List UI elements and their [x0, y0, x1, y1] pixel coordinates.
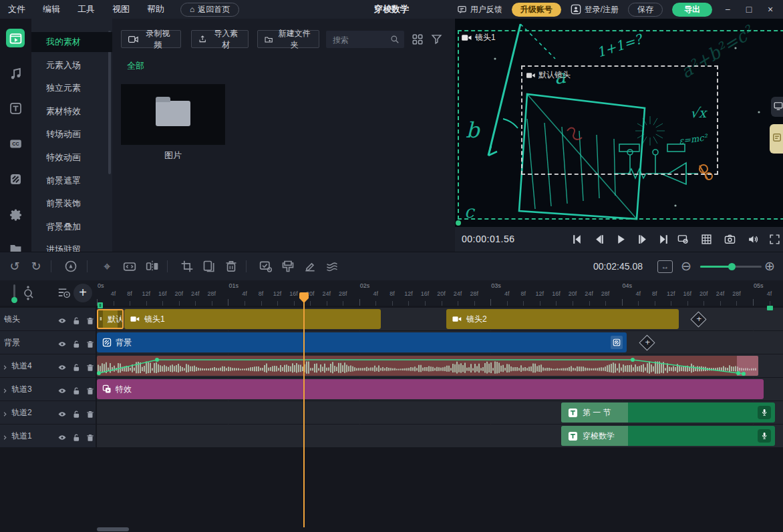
- track-collapse-chevron[interactable]: [1, 431, 9, 439]
- track-visibility-button[interactable]: [57, 384, 67, 394]
- clip-text[interactable]: 第 一 节: [561, 403, 775, 423]
- search-input[interactable]: [331, 31, 392, 49]
- track-lane[interactable]: [97, 354, 783, 377]
- clip-shot[interactable]: 默认镜头‖ ‖: [97, 309, 124, 329]
- track-lane[interactable]: 穿梭数学: [97, 425, 783, 447]
- library-menu-my-media[interactable]: 我的素材: [31, 32, 112, 52]
- render-preview-icon[interactable]: [259, 260, 273, 273]
- zoom-tracks-icon[interactable]: [21, 286, 35, 300]
- menu-view[interactable]: 视图: [112, 3, 130, 15]
- volume-icon[interactable]: [748, 234, 759, 245]
- filter-icon[interactable]: [431, 33, 442, 45]
- previous-frame-button[interactable]: [594, 234, 605, 245]
- clip-audio[interactable]: [97, 356, 758, 376]
- track-lane[interactable]: 背景+: [97, 331, 783, 354]
- track-height-knob[interactable]: [11, 297, 17, 303]
- library-menu-element-entrance[interactable]: 元素入场: [31, 55, 112, 75]
- clip-shot[interactable]: 镜头2: [446, 309, 679, 329]
- sidebar-module-plugin[interactable]: [6, 205, 25, 224]
- track-lane[interactable]: 第 一 节: [97, 401, 783, 424]
- track-visibility-button[interactable]: [57, 314, 67, 324]
- import-media-button[interactable]: 导入素材: [191, 30, 249, 48]
- folder-item-thumbnail[interactable]: [121, 84, 225, 145]
- marker-icon[interactable]: [64, 260, 77, 273]
- grid-overlay-icon[interactable]: [701, 234, 712, 245]
- sidebar-module-captions[interactable]: CC: [6, 134, 25, 153]
- copy-icon[interactable]: [202, 260, 216, 273]
- track-visibility-button[interactable]: [57, 408, 67, 417]
- zoom-out-button[interactable]: ⊖: [681, 258, 691, 274]
- menu-file[interactable]: 文件: [8, 3, 25, 15]
- maximize-button[interactable]: □: [743, 4, 755, 15]
- timeline-horizontal-scrollbar[interactable]: [97, 527, 129, 531]
- fullscreen-icon[interactable]: [769, 234, 780, 245]
- delete-icon[interactable]: [224, 260, 238, 273]
- track-delete-button[interactable]: [86, 361, 95, 370]
- close-button[interactable]: ×: [764, 4, 776, 15]
- library-menu-material-effects[interactable]: 素材特效: [31, 101, 112, 121]
- preview-side-button[interactable]: [771, 97, 783, 117]
- menu-edit[interactable]: 编辑: [43, 3, 60, 15]
- sidebar-module-overlay[interactable]: [6, 170, 25, 188]
- sidebar-module-text[interactable]: [6, 99, 25, 117]
- snapshot-icon[interactable]: [724, 234, 736, 245]
- clip-effect[interactable]: 特效: [97, 379, 764, 399]
- track-visibility-button[interactable]: [57, 361, 67, 370]
- next-frame-button[interactable]: [637, 234, 648, 245]
- add-keyframe-diamond[interactable]: +: [690, 311, 706, 327]
- track-lock-button[interactable]: [71, 408, 81, 417]
- jump-end-button[interactable]: [658, 234, 669, 245]
- track-lock-button[interactable]: [71, 338, 81, 347]
- timeline-ruler[interactable]: + 0s4f8f12f16f20f24f28f01s4f8f12f16f20f2…: [0, 280, 783, 306]
- split-mirror-icon[interactable]: [146, 260, 159, 273]
- sidebar-module-media-library[interactable]: [6, 29, 25, 47]
- track-lane[interactable]: 默认镜头‖ ‖镜头1镜头2+: [97, 308, 783, 330]
- new-folder-button[interactable]: 新建文件夹: [257, 30, 319, 48]
- default-shot-frame[interactable]: [521, 65, 718, 175]
- minimize-button[interactable]: −: [722, 4, 734, 15]
- track-delete-button[interactable]: [86, 314, 95, 324]
- sidebar-module-audio[interactable]: [6, 64, 25, 83]
- home-button[interactable]: ⌂ 返回首页: [180, 3, 239, 17]
- track-lane[interactable]: 特效: [97, 378, 783, 401]
- export-button[interactable]: 导出: [672, 3, 712, 17]
- text-to-speech-button[interactable]: [758, 406, 771, 419]
- keyframe-target-icon[interactable]: ⌖: [100, 260, 114, 273]
- library-menu-effect-animation[interactable]: 特效动画: [31, 148, 112, 168]
- add-track-button[interactable]: +: [73, 284, 92, 302]
- track-lock-button[interactable]: [71, 431, 81, 441]
- brush-icon[interactable]: [281, 260, 295, 273]
- track-manager-icon[interactable]: [57, 287, 71, 299]
- edit-icon[interactable]: [303, 260, 317, 273]
- redo-button[interactable]: ↻: [29, 260, 43, 273]
- layers-icon[interactable]: [325, 260, 339, 273]
- fit-timeline-button[interactable]: ↔: [657, 260, 673, 273]
- track-collapse-chevron[interactable]: [1, 361, 9, 369]
- menu-tools[interactable]: 工具: [77, 3, 95, 15]
- track-visibility-button[interactable]: [57, 431, 67, 441]
- zoom-in-button[interactable]: ⊕: [764, 258, 775, 274]
- trim-handle-right[interactable]: ‖: [118, 310, 122, 328]
- login-button[interactable]: 登录/注册: [571, 4, 619, 15]
- slider-knob[interactable]: [728, 263, 736, 270]
- clip-text[interactable]: 穿梭数学: [561, 426, 775, 446]
- track-delete-button[interactable]: [86, 384, 95, 394]
- track-delete-button[interactable]: [86, 408, 95, 417]
- selection-handle[interactable]: [456, 220, 461, 226]
- menu-help[interactable]: 帮助: [147, 3, 164, 15]
- jump-start-button[interactable]: [571, 234, 583, 245]
- track-lock-button[interactable]: [71, 314, 81, 324]
- display-settings-icon[interactable]: [677, 234, 689, 245]
- library-menu-background-overlay[interactable]: 背景叠加: [31, 217, 112, 237]
- library-menu-foreground-mask[interactable]: 前景遮罩: [31, 171, 112, 191]
- library-menu-standalone-elements[interactable]: 独立元素: [31, 78, 112, 98]
- clip-background[interactable]: 背景: [97, 332, 627, 352]
- trim-handle-left[interactable]: ‖: [98, 310, 103, 328]
- clip-shot[interactable]: 镜头1: [124, 309, 381, 329]
- grid-view-icon[interactable]: [412, 33, 424, 45]
- library-menu-foreground-decoration[interactable]: 前景装饰: [31, 194, 112, 214]
- feedback-button[interactable]: 用户反馈: [457, 4, 502, 15]
- play-button[interactable]: [615, 234, 627, 245]
- track-lock-button[interactable]: [71, 384, 81, 394]
- track-visibility-button[interactable]: [57, 338, 67, 347]
